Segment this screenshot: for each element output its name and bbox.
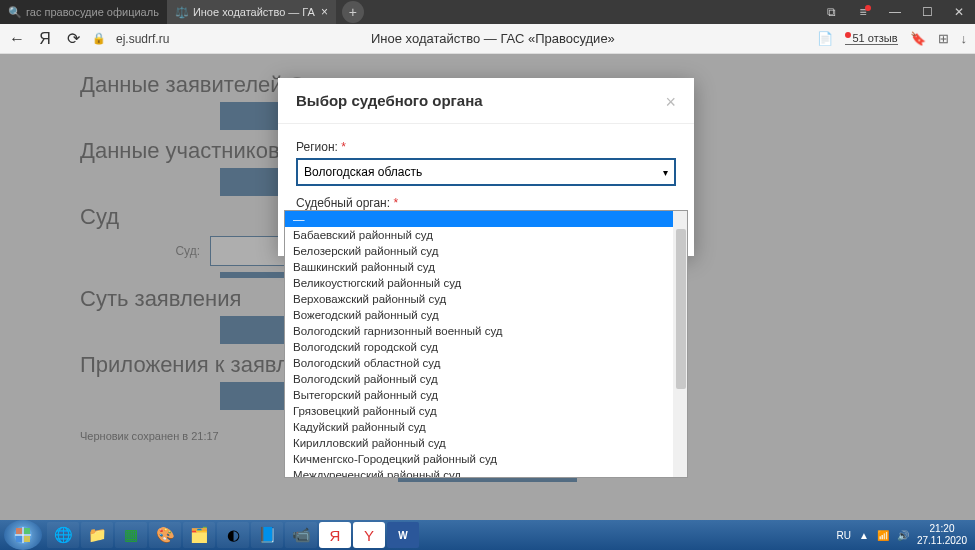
tab-label: гас правосудие официаль bbox=[26, 6, 159, 18]
tray-volume-icon[interactable]: 🔊 bbox=[897, 530, 909, 541]
tray-network-icon[interactable]: 📶 bbox=[877, 530, 889, 541]
dropdown-option[interactable]: Вологодский гарнизонный военный суд bbox=[285, 323, 673, 339]
taskbar-yandex-icon[interactable]: Я bbox=[319, 522, 351, 548]
chevron-down-icon: ▾ bbox=[663, 167, 668, 178]
taskbar-excel-icon[interactable]: ▦ bbox=[115, 522, 147, 548]
dropdown-option[interactable]: Верховажский районный суд bbox=[285, 291, 673, 307]
taskbar-app1-icon[interactable]: 📘 bbox=[251, 522, 283, 548]
dropdown-option[interactable]: Бабаевский районный суд bbox=[285, 227, 673, 243]
page-title: Иное ходатайство — ГАС «Правосудие» bbox=[179, 31, 806, 46]
taskbar-ie-icon[interactable]: 🌐 bbox=[47, 522, 79, 548]
browser-titlebar: 🔍 гас правосудие официаль ⚖️ Иное ходата… bbox=[0, 0, 975, 24]
minimize-icon[interactable]: — bbox=[879, 0, 911, 24]
address-bar: ← Я ⟳ 🔒 ej.sudrf.ru Иное ходатайство — Г… bbox=[0, 24, 975, 54]
modal-close-icon[interactable]: × bbox=[665, 92, 676, 113]
dropdown-option[interactable]: Вологодский городской суд bbox=[285, 339, 673, 355]
reload-button[interactable]: ⟳ bbox=[64, 29, 82, 48]
taskbar-word-icon[interactable]: W bbox=[387, 522, 419, 548]
yandex-button[interactable]: Я bbox=[36, 30, 54, 48]
taskbar-folder-icon[interactable]: 🗂️ bbox=[183, 522, 215, 548]
dropdown-option[interactable]: Вожегодский районный суд bbox=[285, 307, 673, 323]
court-dropdown: —Бабаевский районный судБелозерский райо… bbox=[284, 210, 688, 478]
tab-gas-pravosudie[interactable]: ⚖️ Иное ходатайство — ГА × bbox=[167, 0, 336, 24]
translate-icon[interactable]: 📄 bbox=[817, 31, 833, 46]
dropdown-option[interactable]: Вологодский районный суд bbox=[285, 371, 673, 387]
dropdown-option[interactable]: Великоустюгский районный суд bbox=[285, 275, 673, 291]
svg-rect-4 bbox=[24, 536, 30, 542]
close-icon[interactable]: × bbox=[321, 5, 328, 19]
new-tab-button[interactable]: + bbox=[342, 1, 364, 23]
modal-title: Выбор судебного органа bbox=[296, 92, 483, 113]
windows-taskbar: 🌐 📁 ▦ 🎨 🗂️ ◐ 📘 📹 Я Y W RU ▲ 📶 🔊 21:20 27… bbox=[0, 520, 975, 550]
dropdown-option[interactable]: Междуреченский районный суд bbox=[285, 467, 673, 477]
close-window-icon[interactable]: ✕ bbox=[943, 0, 975, 24]
start-button[interactable] bbox=[4, 520, 42, 550]
dropdown-option[interactable]: Вашкинский районный суд bbox=[285, 259, 673, 275]
language-indicator[interactable]: RU bbox=[837, 530, 851, 541]
taskbar-paint-icon[interactable]: 🎨 bbox=[149, 522, 181, 548]
dropdown-option[interactable]: Вологодский областной суд bbox=[285, 355, 673, 371]
extensions-icon[interactable]: ⊞ bbox=[938, 31, 949, 46]
lock-icon: 🔒 bbox=[92, 32, 106, 45]
court-organ-label: Судебный орган: * bbox=[296, 196, 676, 210]
dropdown-option[interactable]: — bbox=[285, 211, 673, 227]
tray-flag-icon[interactable]: ▲ bbox=[859, 530, 869, 541]
dropdown-option[interactable]: Грязовецкий районный суд bbox=[285, 403, 673, 419]
tab-favicon: 🔍 bbox=[8, 6, 20, 18]
dropdown-option[interactable]: Кирилловский районный суд bbox=[285, 435, 673, 451]
dropdown-scrollbar[interactable] bbox=[673, 211, 687, 477]
menu-icon[interactable]: ≡ bbox=[847, 0, 879, 24]
scales-icon: ⚖️ bbox=[175, 6, 187, 18]
downloads-icon[interactable]: ↓ bbox=[961, 31, 968, 46]
maximize-icon[interactable]: ☐ bbox=[911, 0, 943, 24]
tab-label: Иное ходатайство — ГА bbox=[193, 6, 315, 18]
scrollbar-thumb[interactable] bbox=[676, 229, 686, 389]
reviews-badge[interactable]: 51 отзыв bbox=[845, 32, 898, 45]
region-select[interactable]: Вологодская область ▾ bbox=[296, 158, 676, 186]
taskbar-ybrowser-icon[interactable]: Y bbox=[353, 522, 385, 548]
svg-rect-2 bbox=[24, 528, 30, 534]
svg-rect-1 bbox=[16, 528, 22, 534]
tab-search[interactable]: 🔍 гас правосудие официаль bbox=[0, 0, 167, 24]
back-button[interactable]: ← bbox=[8, 30, 26, 48]
taskbar-zoom-icon[interactable]: 📹 bbox=[285, 522, 317, 548]
region-label: Регион: * bbox=[296, 140, 676, 154]
taskbar-explorer-icon[interactable]: 📁 bbox=[81, 522, 113, 548]
region-value: Вологодская область bbox=[304, 165, 422, 179]
dropdown-option[interactable]: Вытегорский районный суд bbox=[285, 387, 673, 403]
svg-rect-3 bbox=[16, 536, 22, 542]
taskbar-clock[interactable]: 21:20 27.11.2020 bbox=[917, 523, 967, 547]
dropdown-option[interactable]: Кичменгско-Городецкий районный суд bbox=[285, 451, 673, 467]
taskbar-chrome-icon[interactable]: ◐ bbox=[217, 522, 249, 548]
url-text[interactable]: ej.sudrf.ru bbox=[116, 32, 169, 46]
window-controls: ⧉ ≡ — ☐ ✕ bbox=[815, 0, 975, 24]
dropdown-option[interactable]: Кадуйский районный суд bbox=[285, 419, 673, 435]
copy-icon[interactable]: ⧉ bbox=[815, 0, 847, 24]
dropdown-option[interactable]: Белозерский районный суд bbox=[285, 243, 673, 259]
bookmark-icon[interactable]: 🔖 bbox=[910, 31, 926, 46]
